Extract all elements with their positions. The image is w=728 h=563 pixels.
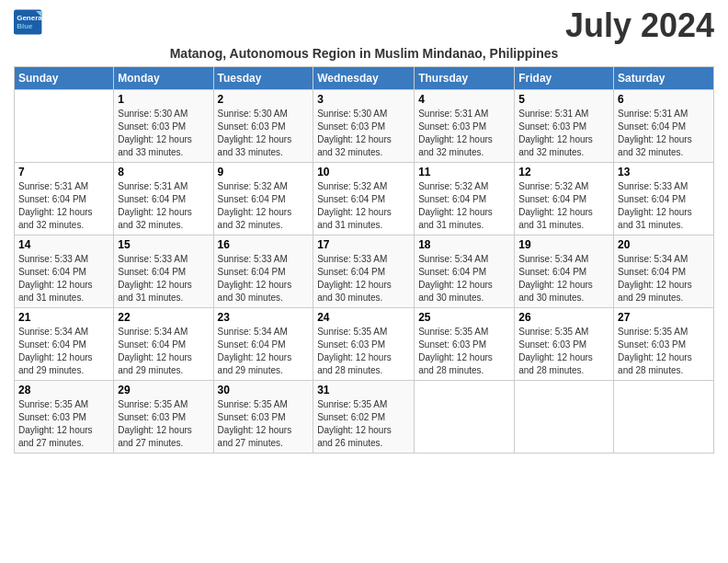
day-number: 4	[418, 93, 510, 106]
day-number: 6	[618, 93, 710, 106]
day-info: Sunrise: 5:34 AMSunset: 6:04 PMDaylight:…	[18, 326, 109, 377]
day-number: 29	[118, 384, 209, 396]
calendar-day-cell: 19Sunrise: 5:34 AMSunset: 6:04 PMDayligh…	[515, 236, 614, 308]
calendar-day-cell: 23Sunrise: 5:34 AMSunset: 6:04 PMDayligh…	[213, 308, 313, 381]
calendar-day-cell: 28Sunrise: 5:35 AMSunset: 6:03 PMDayligh…	[15, 381, 114, 454]
day-number: 17	[317, 238, 410, 251]
day-number: 14	[18, 238, 109, 251]
svg-text:General: General	[17, 14, 43, 22]
day-info: Sunrise: 5:35 AMSunset: 6:03 PMDaylight:…	[317, 326, 410, 377]
day-number: 23	[218, 311, 310, 324]
day-info: Sunrise: 5:33 AMSunset: 6:04 PMDaylight:…	[18, 253, 109, 304]
day-info: Sunrise: 5:33 AMSunset: 6:04 PMDaylight:…	[618, 180, 710, 232]
day-of-week-header: Monday	[114, 67, 213, 90]
day-number: 1	[118, 93, 209, 106]
calendar-day-cell: 25Sunrise: 5:35 AMSunset: 6:03 PMDayligh…	[415, 308, 515, 381]
calendar-day-cell	[415, 381, 515, 454]
logo-icon: General Blue	[14, 9, 43, 35]
day-info: Sunrise: 5:34 AMSunset: 6:04 PMDaylight:…	[418, 253, 510, 304]
calendar-week-row: 7Sunrise: 5:31 AMSunset: 6:04 PMDaylight…	[15, 163, 714, 236]
day-number: 26	[518, 311, 609, 324]
calendar-day-cell: 7Sunrise: 5:31 AMSunset: 6:04 PMDaylight…	[15, 163, 114, 236]
day-info: Sunrise: 5:35 AMSunset: 6:03 PMDaylight:…	[618, 326, 710, 377]
calendar-day-cell: 4Sunrise: 5:31 AMSunset: 6:03 PMDaylight…	[415, 90, 515, 163]
day-number: 8	[118, 166, 209, 178]
day-info: Sunrise: 5:34 AMSunset: 6:04 PMDaylight:…	[118, 326, 209, 377]
calendar-day-cell: 1Sunrise: 5:30 AMSunset: 6:03 PMDaylight…	[114, 90, 213, 163]
calendar-day-cell: 17Sunrise: 5:33 AMSunset: 6:04 PMDayligh…	[313, 236, 415, 308]
day-of-week-header: Thursday	[415, 67, 515, 90]
day-info: Sunrise: 5:33 AMSunset: 6:04 PMDaylight:…	[317, 253, 410, 304]
calendar-week-row: 21Sunrise: 5:34 AMSunset: 6:04 PMDayligh…	[15, 308, 714, 381]
day-info: Sunrise: 5:33 AMSunset: 6:04 PMDaylight:…	[118, 253, 209, 304]
calendar-day-cell: 16Sunrise: 5:33 AMSunset: 6:04 PMDayligh…	[213, 236, 313, 308]
calendar-header-row: SundayMondayTuesdayWednesdayThursdayFrid…	[15, 67, 714, 90]
calendar-day-cell: 11Sunrise: 5:32 AMSunset: 6:04 PMDayligh…	[415, 163, 515, 236]
day-info: Sunrise: 5:31 AMSunset: 6:04 PMDaylight:…	[118, 180, 209, 232]
day-info: Sunrise: 5:35 AMSunset: 6:03 PMDaylight:…	[518, 326, 609, 377]
day-info: Sunrise: 5:32 AMSunset: 6:04 PMDaylight:…	[317, 180, 410, 232]
calendar-day-cell: 18Sunrise: 5:34 AMSunset: 6:04 PMDayligh…	[415, 236, 515, 308]
day-info: Sunrise: 5:34 AMSunset: 6:04 PMDaylight:…	[518, 253, 609, 304]
calendar-subtitle: Matanog, Autonomous Region in Muslim Min…	[14, 46, 714, 61]
day-info: Sunrise: 5:34 AMSunset: 6:04 PMDaylight:…	[618, 253, 710, 304]
calendar-day-cell: 26Sunrise: 5:35 AMSunset: 6:03 PMDayligh…	[515, 308, 614, 381]
day-number: 25	[418, 311, 510, 324]
calendar-day-cell: 5Sunrise: 5:31 AMSunset: 6:03 PMDaylight…	[515, 90, 614, 163]
day-info: Sunrise: 5:30 AMSunset: 6:03 PMDaylight:…	[218, 108, 310, 159]
day-number: 30	[218, 384, 310, 396]
day-info: Sunrise: 5:35 AMSunset: 6:03 PMDaylight:…	[418, 326, 510, 377]
day-of-week-header: Sunday	[15, 67, 114, 90]
day-number: 11	[418, 166, 510, 178]
calendar-day-cell: 14Sunrise: 5:33 AMSunset: 6:04 PMDayligh…	[15, 236, 114, 308]
day-of-week-header: Wednesday	[313, 67, 415, 90]
day-number: 3	[317, 93, 410, 106]
calendar-day-cell: 3Sunrise: 5:30 AMSunset: 6:03 PMDaylight…	[313, 90, 415, 163]
calendar-day-cell: 6Sunrise: 5:31 AMSunset: 6:04 PMDaylight…	[614, 90, 714, 163]
day-info: Sunrise: 5:34 AMSunset: 6:04 PMDaylight:…	[218, 326, 310, 377]
day-number: 31	[317, 384, 410, 396]
day-info: Sunrise: 5:31 AMSunset: 6:04 PMDaylight:…	[618, 108, 710, 159]
day-number: 7	[18, 166, 109, 178]
svg-text:Blue: Blue	[17, 22, 33, 30]
calendar-day-cell	[614, 381, 714, 454]
calendar-day-cell: 24Sunrise: 5:35 AMSunset: 6:03 PMDayligh…	[313, 308, 415, 381]
calendar-day-cell: 27Sunrise: 5:35 AMSunset: 6:03 PMDayligh…	[614, 308, 714, 381]
day-number: 19	[518, 238, 609, 251]
day-number: 12	[518, 166, 609, 178]
calendar-day-cell: 30Sunrise: 5:35 AMSunset: 6:03 PMDayligh…	[213, 381, 313, 454]
day-info: Sunrise: 5:32 AMSunset: 6:04 PMDaylight:…	[218, 180, 310, 232]
logo: General Blue	[14, 9, 43, 35]
day-number: 18	[418, 238, 510, 251]
day-number: 5	[518, 93, 609, 106]
day-info: Sunrise: 5:35 AMSunset: 6:03 PMDaylight:…	[118, 398, 209, 450]
day-number: 13	[618, 166, 710, 178]
calendar-day-cell: 21Sunrise: 5:34 AMSunset: 6:04 PMDayligh…	[15, 308, 114, 381]
day-number: 21	[18, 311, 109, 324]
day-info: Sunrise: 5:33 AMSunset: 6:04 PMDaylight:…	[218, 253, 310, 304]
calendar-day-cell: 22Sunrise: 5:34 AMSunset: 6:04 PMDayligh…	[114, 308, 213, 381]
calendar-day-cell: 2Sunrise: 5:30 AMSunset: 6:03 PMDaylight…	[213, 90, 313, 163]
day-number: 9	[218, 166, 310, 178]
calendar-day-cell: 12Sunrise: 5:32 AMSunset: 6:04 PMDayligh…	[515, 163, 614, 236]
calendar-day-cell: 29Sunrise: 5:35 AMSunset: 6:03 PMDayligh…	[114, 381, 213, 454]
day-number: 20	[618, 238, 710, 251]
day-number: 28	[18, 384, 109, 396]
calendar-day-cell: 31Sunrise: 5:35 AMSunset: 6:02 PMDayligh…	[313, 381, 415, 454]
day-info: Sunrise: 5:31 AMSunset: 6:03 PMDaylight:…	[418, 108, 510, 159]
calendar-week-row: 1Sunrise: 5:30 AMSunset: 6:03 PMDaylight…	[15, 90, 714, 163]
day-number: 2	[218, 93, 310, 106]
calendar-day-cell: 13Sunrise: 5:33 AMSunset: 6:04 PMDayligh…	[614, 163, 714, 236]
day-info: Sunrise: 5:35 AMSunset: 6:03 PMDaylight:…	[218, 398, 310, 450]
day-info: Sunrise: 5:30 AMSunset: 6:03 PMDaylight:…	[317, 108, 410, 159]
day-number: 15	[118, 238, 209, 251]
month-title: July 2024	[565, 9, 714, 42]
day-number: 27	[618, 311, 710, 324]
day-number: 16	[218, 238, 310, 251]
calendar-table: SundayMondayTuesdayWednesdayThursdayFrid…	[14, 66, 714, 454]
calendar-week-row: 28Sunrise: 5:35 AMSunset: 6:03 PMDayligh…	[15, 381, 714, 454]
day-number: 10	[317, 166, 410, 178]
calendar-day-cell: 15Sunrise: 5:33 AMSunset: 6:04 PMDayligh…	[114, 236, 213, 308]
day-info: Sunrise: 5:35 AMSunset: 6:02 PMDaylight:…	[317, 398, 410, 450]
calendar-day-cell	[15, 90, 114, 163]
